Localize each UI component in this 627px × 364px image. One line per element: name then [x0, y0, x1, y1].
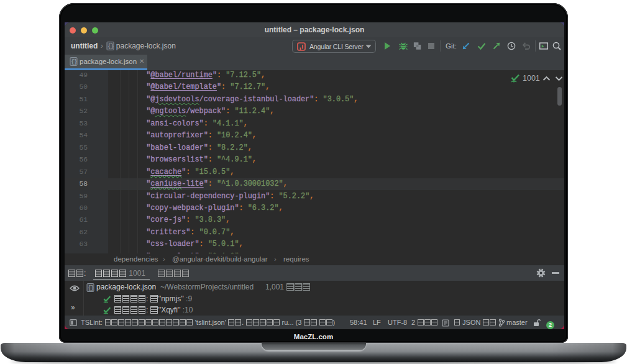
svg-text:{}: {}: [71, 59, 77, 65]
svg-text:{}: {}: [88, 285, 94, 291]
svg-text:{}: {}: [108, 43, 114, 50]
